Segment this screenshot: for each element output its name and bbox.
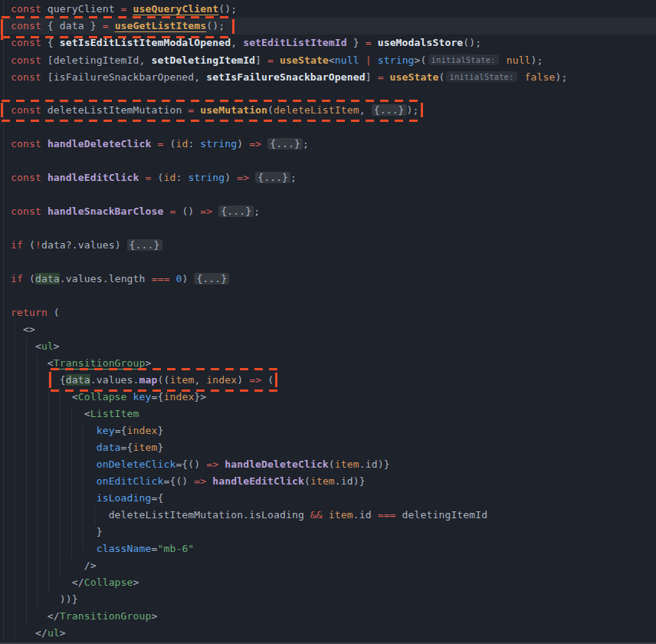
code-token: item: [133, 442, 158, 453]
jsx-tag: ul: [48, 627, 60, 639]
code-line-37[interactable]: </ul>: [0, 625, 656, 642]
folded-region[interactable]: {...}: [194, 273, 229, 284]
code-token: handleSnackBarClose: [48, 205, 164, 217]
code-line-9[interactable]: [0, 153, 656, 169]
code-line-13[interactable]: [0, 220, 656, 237]
code-line-14[interactable]: if (!data?.values) {...}: [0, 237, 656, 254]
code-token: useMutation: [200, 104, 267, 116]
code-token: </: [11, 577, 84, 588]
code-token: ,: [359, 104, 372, 116]
jsx-tag: Collapse: [78, 391, 127, 402]
code-line-3[interactable]: const [deletingItemId, setDeletingItemId…: [0, 51, 656, 68]
code-line-4[interactable]: const [isFailureSnackbarOpened, setIsFai…: [0, 68, 656, 85]
code-token: ,: [231, 37, 243, 48]
code-line-25[interactable]: key={index}: [0, 422, 656, 439]
folded-region[interactable]: {...}: [372, 104, 407, 116]
code-line-10[interactable]: const handleEditClick = (id: string) => …: [0, 169, 656, 186]
code-token: [11, 425, 97, 436]
annotation-box-1-bottom: [2, 36, 235, 38]
code-line-29[interactable]: isLoading={: [0, 490, 656, 507]
jsx-tag: ul: [41, 340, 54, 352]
annotation-box-2-top: [2, 100, 424, 102]
code-token: [11, 475, 97, 487]
code-line-27[interactable]: onDeleteClick={() => handleDeleteClick(i…: [0, 456, 656, 473]
annotation-box-1-top: [2, 16, 235, 18]
code-token: [11, 458, 97, 470]
code-token: ): [225, 172, 237, 183]
code-line-20[interactable]: <ul>: [0, 338, 656, 355]
code-token: item: [310, 475, 335, 487]
code-token: </: [11, 627, 48, 639]
code-token: setIsEditListItemModalOpened: [60, 37, 231, 48]
code-token: (: [48, 307, 60, 318]
code-token: );: [555, 71, 567, 83]
code-token: data?.values): [41, 239, 127, 251]
code-line-32[interactable]: className="mb-6": [0, 540, 656, 557]
code-line-17[interactable]: [0, 288, 656, 304]
code-token: |: [366, 54, 372, 66]
code-line-12[interactable]: const handleSnackBarClose = () => {...};: [0, 203, 656, 220]
code-token: [11, 442, 97, 453]
code-token: [11, 543, 97, 554]
code-token: .id)}: [359, 458, 390, 470]
code-token: [41, 138, 48, 150]
code-line-19[interactable]: <>: [0, 321, 656, 338]
code-line-34[interactable]: </Collapse>: [0, 574, 656, 591]
folded-region[interactable]: {...}: [267, 138, 303, 150]
code-line-6[interactable]: const deleteListItemMutation = useMutati…: [0, 102, 656, 119]
code-line-28[interactable]: onEditClick={() => handleEditClick(item.…: [0, 473, 656, 490]
code-line-16[interactable]: if (data.values.length === 0) {...}: [0, 271, 656, 288]
code-line-24[interactable]: <ListItem: [0, 406, 656, 422]
code-line-36[interactable]: </TransitionGroup>: [0, 608, 656, 625]
code-token: =>: [249, 374, 261, 386]
code-token: ]: [366, 71, 378, 83]
code-token: [11, 492, 97, 504]
folded-region[interactable]: {...}: [218, 205, 254, 217]
code-token: .values.: [90, 374, 139, 386]
code-token: className: [97, 543, 152, 554]
code-token: }: [158, 442, 164, 453]
code-line-18[interactable]: return (: [0, 304, 656, 321]
annotation-box-1-left: [1, 19, 3, 40]
code-token: deletingItemId: [396, 509, 488, 521]
code-line-1[interactable]: const { data } = useGetListItems();: [0, 18, 656, 34]
code-token: =>: [206, 458, 218, 470]
code-token: if: [11, 273, 23, 284]
code-token: onEditClick: [97, 475, 164, 487]
code-line-35[interactable]: ))}: [0, 591, 656, 608]
annotation-box-2-bottom: [2, 120, 424, 122]
code-token: />: [11, 560, 97, 571]
folded-region[interactable]: {...}: [255, 172, 290, 183]
code-token: const: [11, 205, 41, 217]
code-token: [127, 391, 133, 402]
code-token: ;: [254, 205, 260, 217]
code-token: <: [329, 54, 335, 66]
code-line-33[interactable]: />: [0, 557, 656, 574]
code-token: ;: [290, 172, 297, 183]
code-token: [109, 20, 115, 31]
code-token: >: [60, 627, 66, 639]
code-token: >(: [415, 54, 427, 66]
code-line-15[interactable]: [0, 254, 656, 271]
code-line-30[interactable]: deleteListItemMutation.isLoading && item…: [0, 507, 656, 524]
code-area: const queryClient = useQueryClient();con…: [0, 0, 656, 644]
code-token: [isFailureSnackbarOpened,: [41, 71, 206, 83]
code-line-11[interactable]: [0, 186, 656, 203]
folded-region[interactable]: {...}: [127, 239, 162, 251]
code-token: ===: [378, 509, 396, 521]
code-line-26[interactable]: data={item}: [0, 439, 656, 456]
code-line-0[interactable]: const queryClient = useQueryClient();: [0, 1, 656, 18]
code-token: ();: [463, 37, 481, 48]
code-line-22[interactable]: {data.values.map((item, index) => (: [0, 372, 656, 389]
code-token: (: [329, 458, 335, 470]
code-token: null: [335, 54, 359, 66]
code-line-8[interactable]: const handleDeleteClick = (id: string) =…: [0, 136, 656, 153]
code-token: deleteListItemMutation.isLoading: [11, 509, 310, 521]
annotation-box-2-left: [1, 103, 3, 117]
code-token: [139, 172, 146, 183]
code-token: =: [378, 71, 384, 83]
code-token: { data }: [41, 20, 103, 31]
code-line-31[interactable]: }: [0, 524, 656, 540]
code-token: handleEditClick: [212, 475, 304, 487]
code-token: &&: [310, 509, 323, 521]
